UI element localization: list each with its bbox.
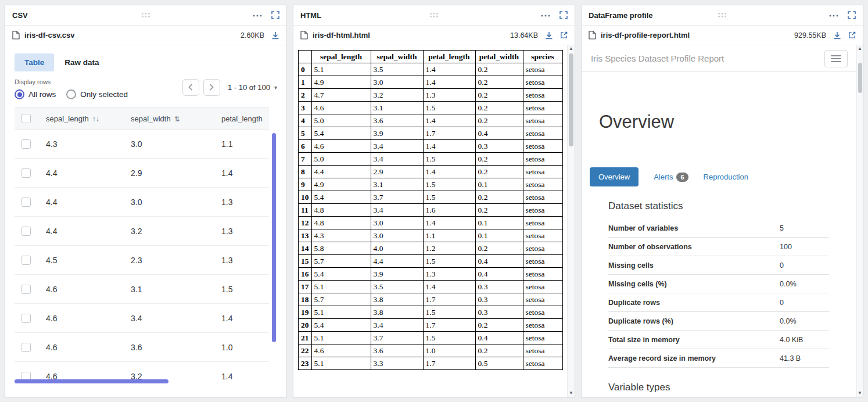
scroll-down-icon[interactable]: ▼: [858, 390, 862, 396]
column-header[interactable]: petal_length: [214, 108, 269, 130]
profile-panel-title: DataFrame profile: [589, 11, 653, 20]
drag-handle-icon[interactable]: [429, 12, 439, 18]
row-checkbox[interactable]: [21, 168, 31, 178]
radio-only-selected-label: Only selected: [80, 90, 128, 99]
cell-sepal-length: 4.9: [311, 76, 371, 89]
scroll-down-icon[interactable]: ▼: [569, 390, 573, 396]
table-row: 22 4.6 3.6 1.0 0.2 setosa: [299, 344, 563, 357]
tab-raw-data[interactable]: Raw data: [64, 58, 99, 67]
cell-petal-length: 1.7: [423, 293, 475, 306]
scrollbar-thumb[interactable]: [858, 63, 862, 93]
stat-value: 100: [780, 238, 829, 256]
next-page-button[interactable]: [203, 79, 220, 96]
column-header[interactable]: sepal_width⇅: [124, 108, 214, 130]
radio-only-selected-icon[interactable]: [66, 89, 76, 99]
row-index: 15: [299, 255, 312, 268]
prev-page-button[interactable]: [182, 79, 199, 96]
row-checkbox[interactable]: [21, 256, 31, 265]
stat-row: Average record size in memory 41.3 B: [608, 349, 829, 368]
radio-all-rows[interactable]: All rows: [15, 89, 56, 99]
row-checkbox[interactable]: [21, 198, 31, 207]
cell-petal-width: 0.2: [475, 76, 523, 89]
table-row: 17 5.1 3.5 1.4 0.3 setosa: [299, 281, 563, 293]
download-icon[interactable]: [833, 31, 841, 40]
row-index: 14: [299, 242, 312, 255]
cell-petal-length: 1.3: [423, 89, 475, 102]
row-checkbox[interactable]: [21, 227, 31, 236]
scrollbar-thumb[interactable]: [569, 53, 573, 146]
scroll-up-icon[interactable]: ▲: [858, 46, 862, 52]
more-options-icon[interactable]: [253, 14, 262, 17]
column-header: species: [523, 51, 562, 63]
cell-petal-width: 0.2: [475, 242, 523, 255]
select-all-checkbox[interactable]: [21, 114, 31, 123]
column-header[interactable]: sepal_length↑↓: [39, 108, 124, 130]
csv-file-row: iris-df-csv.csv 2.60KB: [5, 26, 286, 45]
grid-horizontal-scrollbar[interactable]: [15, 379, 168, 383]
report-vertical-scrollbar[interactable]: ▲ ▼: [856, 45, 863, 397]
tab-table[interactable]: Table: [15, 53, 54, 71]
html-panel-title: HTML: [300, 11, 321, 20]
more-options-icon[interactable]: [829, 14, 838, 17]
cell-sepal-width: 3.0: [124, 130, 214, 159]
expand-icon[interactable]: [848, 11, 856, 19]
cell-petal-length: 1.4: [214, 304, 269, 333]
page-size-caret-icon[interactable]: ▾: [274, 84, 277, 91]
menu-button[interactable]: [824, 50, 848, 67]
expand-icon[interactable]: [559, 11, 568, 19]
cell-sepal-length: 4.6: [39, 275, 124, 304]
grid-row[interactable]: 4.6 3.6 1.0: [15, 333, 269, 362]
cell-species: setosa: [523, 229, 562, 242]
cell-sepal-width: 3.5: [371, 63, 423, 76]
table-row: 3 4.6 3.1 1.5 0.2 setosa: [299, 102, 563, 114]
scroll-up-icon[interactable]: ▲: [569, 46, 573, 52]
row-checkbox[interactable]: [21, 285, 31, 294]
row-checkbox[interactable]: [21, 343, 31, 352]
sort-icon[interactable]: ↑↓: [92, 115, 99, 123]
cell-petal-width: 0.1: [475, 229, 523, 242]
cell-petal-width: 0.4: [475, 255, 523, 268]
cell-sepal-width: 3.7: [371, 191, 423, 204]
data-grid: sepal_length↑↓ sepal_width⇅ petal_length: [15, 107, 277, 387]
download-icon[interactable]: [545, 31, 553, 40]
tab-reproduction[interactable]: Reproduction: [704, 173, 748, 181]
more-options-icon[interactable]: [541, 14, 550, 17]
cell-petal-length: 1.5: [423, 255, 475, 268]
html-vertical-scrollbar[interactable]: ▲ ▼: [567, 45, 575, 397]
grid-row[interactable]: 4.3 3.0 1.1: [15, 130, 269, 159]
radio-all-rows-icon[interactable]: [15, 89, 24, 99]
grid-row[interactable]: 4.6 3.1 1.5: [15, 275, 269, 304]
table-row: 4 5.0 3.6 1.4 0.2 setosa: [299, 114, 563, 127]
drag-handle-icon[interactable]: [718, 12, 727, 18]
cell-sepal-width: 3.4: [371, 153, 423, 166]
download-icon[interactable]: [271, 31, 279, 40]
cell-petal-width: 0.3: [475, 281, 523, 293]
cell-petal-width: 0.2: [475, 191, 523, 204]
tab-alerts[interactable]: Alerts 6: [654, 173, 688, 182]
sort-icon[interactable]: ⇅: [174, 115, 180, 123]
table-row: 18 5.7 3.8 1.7 0.3 setosa: [299, 293, 563, 306]
drag-handle-icon[interactable]: [141, 12, 150, 18]
cell-petal-length: 1.5: [423, 332, 475, 344]
radio-only-selected[interactable]: Only selected: [66, 89, 128, 99]
cell-species: setosa: [523, 344, 562, 357]
row-checkbox[interactable]: [21, 314, 31, 323]
grid-row[interactable]: 4.4 3.2 1.3: [15, 217, 269, 246]
tab-alerts-label: Alerts: [654, 173, 673, 181]
expand-icon[interactable]: [271, 11, 279, 19]
grid-vertical-scrollbar[interactable]: [272, 133, 276, 342]
external-link-icon[interactable]: [560, 31, 568, 39]
grid-row[interactable]: 4.6 3.4 1.4: [15, 304, 269, 333]
external-link-icon[interactable]: [848, 31, 856, 39]
cell-petal-length: 1.4: [423, 114, 475, 127]
grid-row[interactable]: 4.5 2.3 1.3: [15, 246, 269, 275]
tab-overview[interactable]: Overview: [590, 167, 639, 186]
row-index: 7: [299, 153, 312, 166]
table-row: 9 4.9 3.1 1.5 0.1 setosa: [299, 178, 563, 191]
cell-species: setosa: [523, 102, 562, 114]
cell-petal-length: 1.3: [214, 188, 269, 217]
grid-row[interactable]: 4.4 2.9 1.4: [15, 159, 269, 188]
cell-petal-width: 0.2: [475, 344, 523, 357]
grid-row[interactable]: 4.4 3.0 1.3: [15, 188, 269, 217]
row-checkbox[interactable]: [21, 139, 31, 149]
